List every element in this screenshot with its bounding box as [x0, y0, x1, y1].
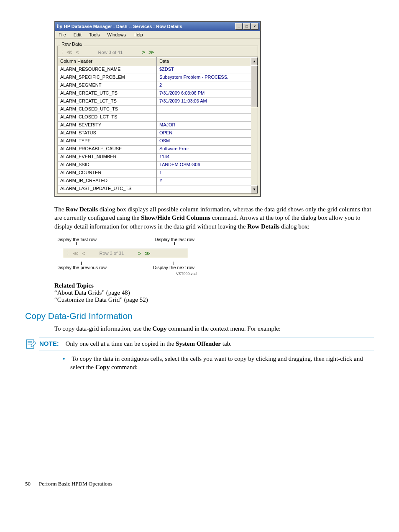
diagram-label-last: Display the last row	[155, 237, 194, 242]
diagram-filename: VST009.vsd	[54, 272, 197, 276]
table-row[interactable]: ALARM_EVENT_NUMBER	[58, 154, 156, 162]
column-header-left[interactable]: Column Header	[58, 57, 156, 66]
menu-tools[interactable]: Tools	[89, 32, 100, 37]
section-heading: Copy Data-Grid Information	[25, 311, 374, 321]
table-cell[interactable]: Subsystem Problem - PROCESS..	[157, 74, 251, 82]
scroll-up-button[interactable]: ▲	[251, 57, 258, 65]
first-row-icon: ≪	[72, 250, 79, 257]
chapter-title: Perform Basic HPDM Operations	[39, 481, 113, 487]
maximize-button[interactable]: □	[243, 23, 251, 30]
menu-file[interactable]: File	[59, 32, 66, 37]
bullet-list: To copy the data in contiguous cells, se…	[63, 355, 374, 372]
toolbar-grip-icon: ⋮	[66, 251, 70, 256]
table-row[interactable]: ALARM_PROBABLE_CAUSE	[58, 146, 156, 154]
nav-toolbar-diagram: Display the first row Display the last r…	[54, 237, 197, 276]
row-counter: Row 3 of 41	[82, 50, 140, 55]
first-row-button[interactable]: ≪	[66, 49, 73, 55]
table-cell[interactable]: 1	[157, 170, 251, 177]
table-cell[interactable]: TANDEM.OSM.G06	[157, 162, 251, 170]
note-label: NOTE:	[39, 340, 59, 347]
list-item: To copy the data in contiguous cells, se…	[63, 355, 374, 372]
table-cell[interactable]: 1144	[157, 154, 251, 162]
diagram-label-prev: Display the previous row	[56, 265, 107, 270]
menu-help[interactable]: Help	[133, 32, 143, 37]
last-row-button[interactable]: ≫	[148, 49, 155, 55]
nav-toolbar: ⋮ ≪ < Row 3 of 41 > ≫	[58, 48, 258, 57]
table-row[interactable]: ALARM_TYPE	[58, 138, 156, 146]
table-row[interactable]: ALARM_RESOURCE_NAME	[58, 66, 156, 74]
fieldset-label: Row Data	[55, 39, 260, 46]
body-paragraph: The Row Details dialog box displays all …	[54, 205, 374, 231]
table-row[interactable]: ALARM_SEVERITY	[58, 122, 156, 130]
table-cell[interactable]: Y	[157, 177, 251, 185]
menu-bar: File Edit Tools Windows Help	[55, 31, 260, 39]
table-cell[interactable]: Software Error	[157, 146, 251, 154]
table-row[interactable]: ALARM_CREATE_LCT_TS	[58, 98, 156, 106]
body-paragraph: To copy data-grid information, use the C…	[54, 324, 374, 333]
scroll-thumb[interactable]	[251, 65, 258, 107]
table-row[interactable]: ALARM_CREATE_UTC_TS	[58, 90, 156, 98]
note-box: NOTE: Only one cell at a time can be cop…	[39, 337, 374, 350]
next-row-button[interactable]: >	[141, 49, 146, 55]
table-cell[interactable]	[157, 106, 251, 114]
next-row-icon: >	[137, 250, 142, 257]
related-heading: Related Topics	[54, 282, 374, 289]
data-grid: Column Header ALARM_RESOURCE_NAME ALARM_…	[58, 57, 258, 193]
toolbar-grip-icon: ⋮	[60, 50, 64, 54]
table-row[interactable]: ALARM_IR_CREATED	[58, 177, 156, 185]
page-footer: 50 Perform Basic HPDM Operations	[25, 481, 374, 487]
table-row[interactable]: ALARM_CLOSED_LCT_TS	[58, 114, 156, 122]
table-cell[interactable]	[157, 185, 251, 193]
diagram-row-counter: Row 3 of 31	[88, 251, 136, 256]
table-row[interactable]: ALARM_CLOSED_UTC_TS	[58, 106, 156, 114]
related-topics: Related Topics “About Data Grids” (page …	[54, 282, 374, 303]
prev-row-button[interactable]: <	[75, 49, 80, 55]
table-row[interactable]: ALARM_SPECIFIC_PROBLEM	[58, 74, 156, 82]
table-cell[interactable]: 2	[157, 82, 251, 90]
prev-row-icon: <	[81, 250, 86, 257]
diagram-label-next: Display the next row	[153, 265, 194, 270]
window-title: HP Database Manager - Dash -- Services :…	[64, 24, 182, 29]
vertical-scrollbar[interactable]: ▲ ▼	[251, 57, 258, 193]
table-cell[interactable]	[157, 114, 251, 122]
table-row[interactable]: ALARM_STATUS	[58, 130, 156, 138]
table-cell[interactable]: OSM	[157, 138, 251, 146]
titlebar: hp HP Database Manager - Dash -- Service…	[55, 22, 260, 31]
table-row[interactable]: ALARM_SSID	[58, 162, 156, 170]
last-row-icon: ≫	[144, 250, 151, 257]
diagram-label-first: Display the first row	[56, 237, 97, 242]
table-cell[interactable]: OPEN	[157, 130, 251, 138]
related-link[interactable]: “About Data Grids” (page 48)	[54, 289, 374, 296]
table-cell[interactable]: MAJOR	[157, 122, 251, 130]
table-row[interactable]: ALARM_COUNTER	[58, 170, 156, 177]
row-details-dialog: hp HP Database Manager - Dash -- Service…	[54, 21, 261, 197]
table-cell[interactable]: 7/31/2009 11:03:06 AM	[157, 98, 251, 106]
menu-windows[interactable]: Windows	[107, 32, 126, 37]
menu-edit[interactable]: Edit	[74, 32, 82, 37]
note-icon	[25, 339, 36, 351]
related-link[interactable]: “Customize the Data Grid” (page 52)	[54, 296, 374, 303]
table-cell[interactable]: $ZDST	[157, 66, 251, 74]
table-cell[interactable]: 7/31/2009 6:03:06 PM	[157, 90, 251, 98]
table-row[interactable]: ALARM_LAST_UPDATE_UTC_TS	[58, 185, 156, 193]
hp-logo-icon: hp	[57, 23, 62, 30]
page-number: 50	[25, 481, 31, 487]
table-row[interactable]: ALARM_SEGMENT	[58, 82, 156, 90]
column-header-right[interactable]: Data	[157, 57, 251, 66]
minimize-button[interactable]: _	[235, 23, 243, 30]
close-button[interactable]: ×	[251, 23, 258, 30]
scroll-down-button[interactable]: ▼	[251, 185, 258, 193]
